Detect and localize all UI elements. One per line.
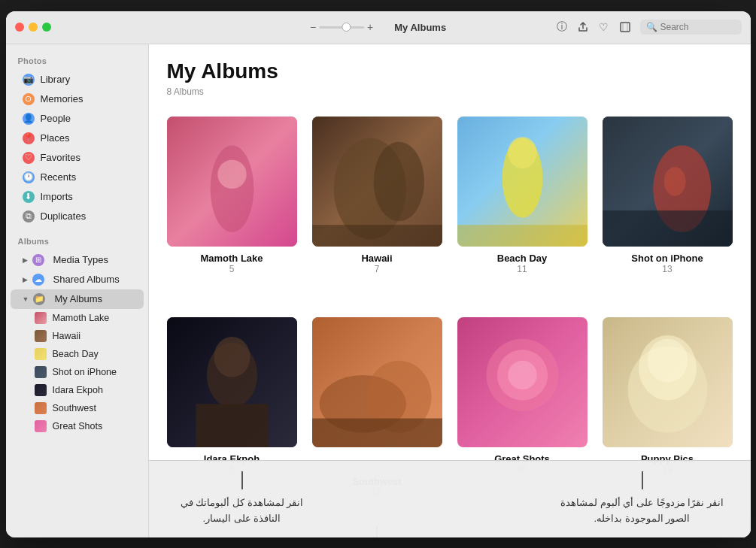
sidebar-item-library[interactable]: 📷 Library — [11, 70, 144, 89]
sidebar-item-my-albums[interactable]: ▼ 📁 My Albums — [11, 289, 144, 309]
album-thumb-shot-on-iphone — [603, 117, 733, 247]
sidebar-item-imports[interactable]: ⬇ Imports — [11, 187, 144, 207]
recents-icon: 🕐 — [23, 171, 35, 183]
mamoth-lake-mini-thumb — [35, 312, 47, 324]
beach-day-name: Beach Day — [497, 253, 547, 264]
zoom-minus-button[interactable]: − — [310, 21, 316, 33]
sidebar-subitem-shot-on-iphone[interactable]: Shot on iPhone — [11, 363, 144, 381]
tooltip-overlay: انقر لمشاهدة كل ألبوماتك في النافذة على … — [149, 460, 751, 537]
favorites-icon: ♡ — [23, 152, 35, 164]
svg-rect-9 — [312, 225, 442, 247]
sidebar-item-media-types[interactable]: ▶ ⊞ Media Types — [11, 250, 144, 270]
page-title: My Albums — [167, 59, 733, 83]
recents-label: Recents — [41, 171, 77, 183]
photos-section-label: Photos — [6, 53, 148, 70]
albums-section: Albums ▶ ⊞ Media Types ▶ ☁ Shared Albums… — [6, 234, 148, 435]
album-item-mamoth-lake[interactable]: Mamoth Lake 5 — [167, 117, 297, 302]
southwest-mini-thumb — [35, 402, 47, 414]
imports-icon: ⬇ — [23, 191, 35, 203]
sidebar-item-memories[interactable]: ⊙ Memories — [11, 89, 144, 109]
left-tooltip-box: انقر لمشاهدة كل ألبوماتك في النافذة على … — [167, 471, 317, 527]
sidebar-item-shared-albums[interactable]: ▶ ☁ Shared Albums — [11, 270, 144, 289]
right-tooltip-text: انقر نقرًا مزدوجًا على أي ألبوم لمشاهدة … — [552, 495, 733, 527]
main-layout: Photos 📷 Library ⊙ Memories 👤 People 📍 P… — [6, 44, 751, 537]
sidebar-item-duplicates[interactable]: ⧉ Duplicates — [11, 207, 144, 226]
album-item-beach-day[interactable]: Beach Day 11 — [457, 117, 587, 302]
people-icon: 👤 — [23, 113, 35, 125]
right-tooltip-box: انقر نقرًا مزدوجًا على أي ألبوم لمشاهدة … — [552, 471, 733, 527]
shot-on-iphone-mini-thumb — [35, 366, 47, 378]
places-icon: 📍 — [23, 132, 35, 144]
sidebar-subitem-southwest[interactable]: Southwest — [11, 399, 144, 417]
album-count-label: 8 Albums — [167, 86, 733, 97]
shared-albums-chevron: ▶ — [23, 276, 28, 283]
zoom-plus-button[interactable]: + — [367, 21, 373, 33]
places-label: Places — [41, 132, 70, 144]
svg-point-17 — [663, 167, 685, 195]
sidebar-subitem-beach-day[interactable]: Beach Day — [11, 345, 144, 363]
album-item-hawaii[interactable]: Hawaii 7 — [312, 117, 442, 302]
album-thumb-puppy-pics — [603, 317, 733, 447]
shot-on-iphone-image — [603, 117, 733, 247]
shared-albums-icon: ☁ — [32, 274, 44, 286]
shared-albums-label: Shared Albums — [53, 274, 120, 285]
idara-ekpoh-image — [167, 317, 297, 447]
southwest-image — [312, 317, 442, 447]
sidebar-item-places[interactable]: 📍 Places — [11, 129, 144, 148]
shot-on-iphone-name: Shot on iPhone — [631, 253, 703, 264]
sidebar-item-favorites[interactable]: ♡ Favorites — [11, 148, 144, 168]
heart-icon[interactable]: ♡ — [598, 21, 610, 33]
sidebar-item-people[interactable]: 👤 People — [11, 109, 144, 129]
people-label: People — [41, 113, 71, 124]
sidebar-subitem-great-shots[interactable]: Great Shots — [11, 417, 144, 435]
info-icon[interactable]: ⓘ — [556, 21, 568, 33]
search-input[interactable] — [660, 22, 736, 32]
crop-icon[interactable] — [619, 21, 631, 33]
sidebar-subitem-hawaii[interactable]: Hawaii — [11, 327, 144, 345]
mamoth-lake-count: 5 — [229, 264, 235, 274]
zoom-slider: − + — [310, 21, 373, 33]
album-item-shot-on-iphone[interactable]: Shot on iPhone 13 — [603, 117, 733, 302]
main-window: − + My Albums ⓘ ♡ — [6, 11, 751, 537]
hawaii-mini-thumb — [35, 330, 47, 342]
album-thumb-beach-day — [457, 117, 587, 247]
left-tooltip-text: انقر لمشاهدة كل ألبوماتك في النافذة على … — [167, 495, 317, 527]
sidebar-subitem-mamoth-lake[interactable]: Mamoth Lake — [11, 309, 144, 327]
search-icon: 🔍 — [646, 22, 657, 32]
southwest-sub-label: Southwest — [53, 403, 96, 413]
duplicates-icon: ⧉ — [23, 210, 35, 223]
svg-rect-21 — [196, 404, 268, 447]
favorites-label: Favorites — [41, 152, 80, 163]
zoom-thumb[interactable] — [342, 23, 351, 32]
idara-ekpoh-mini-thumb — [35, 384, 47, 396]
svg-point-8 — [373, 141, 424, 221]
traffic-lights — [15, 23, 51, 32]
mamoth-lake-sub-label: Mamoth Lake — [53, 313, 110, 323]
shot-on-iphone-sub-label: Shot on iPhone — [53, 367, 117, 377]
duplicates-label: Duplicates — [41, 210, 87, 222]
album-thumb-hawaii — [312, 117, 442, 247]
great-shots-mini-thumb — [35, 420, 47, 432]
share-icon[interactable] — [577, 21, 589, 33]
hawaii-sub-label: Hawaii — [53, 331, 81, 341]
search-box[interactable]: 🔍 — [640, 20, 742, 35]
media-types-label: Media Types — [53, 254, 108, 265]
svg-rect-0 — [621, 23, 630, 32]
sidebar-item-recents[interactable]: 🕐 Recents — [11, 168, 144, 187]
svg-point-20 — [214, 336, 250, 377]
media-types-icon: ⊞ — [32, 254, 44, 266]
sidebar-subitem-idara-ekpoh[interactable]: Idara Ekpoh — [11, 381, 144, 399]
puppy-pics-image — [603, 317, 733, 447]
media-types-chevron: ▶ — [23, 256, 28, 264]
mamoth-lake-name: Mamoth Lake — [200, 253, 263, 264]
svg-rect-25 — [312, 418, 442, 447]
hawaii-name: Hawaii — [361, 253, 392, 264]
imports-label: Imports — [41, 191, 73, 202]
maximize-button[interactable] — [42, 23, 51, 32]
beach-day-mini-thumb — [35, 348, 47, 360]
zoom-track[interactable] — [319, 26, 364, 29]
content-area: My Albums 8 Albums — [149, 44, 751, 537]
close-button[interactable] — [15, 23, 24, 32]
minimize-button[interactable] — [29, 23, 38, 32]
left-tooltip-line — [241, 471, 243, 489]
